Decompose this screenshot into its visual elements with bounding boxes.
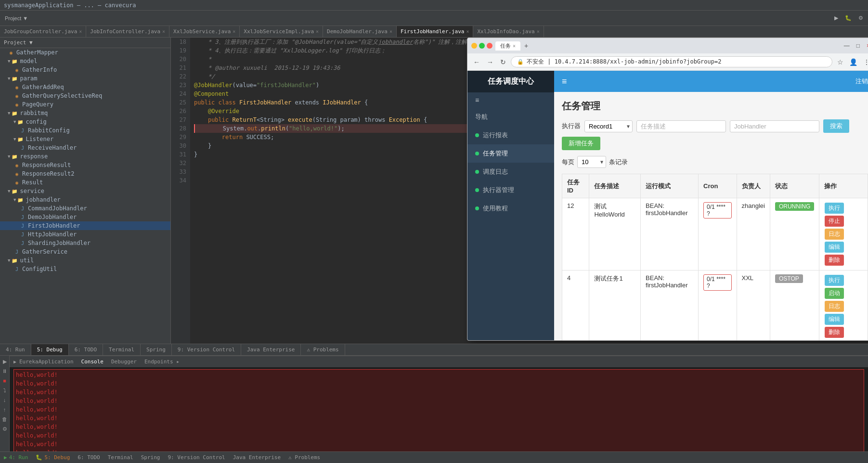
per-page-select[interactable]: 10 20 50 [577,156,606,168]
bottom-tab-spring[interactable]: Spring [141,344,172,355]
nav-account-btn[interactable]: 👤 [847,57,859,67]
run-icon-eureka[interactable]: ▶ [12,359,18,365]
log-btn[interactable]: 日志 [825,229,844,240]
nav-bookmark-btn[interactable]: ☆ [835,57,845,67]
browser-add-tab-btn[interactable]: + [522,42,530,50]
tree-item-response[interactable]: ▼ 📁 response [0,152,170,161]
browser-minimize-icon[interactable]: — [842,42,852,49]
tree-item-jobhandler[interactable]: ▼ 📁 jobhandler [0,195,170,204]
tab-close-icon[interactable]: × [162,29,165,34]
maximize-btn[interactable] [479,43,485,49]
debug-tab-console[interactable]: Console [78,359,107,365]
tree-item-model[interactable]: ▼ 📁 model [0,57,170,65]
nav-refresh-btn[interactable]: ↻ [498,57,508,67]
tree-item-listener[interactable]: ▼ 📁 Listener [0,135,170,143]
tree-item-service[interactable]: ▼ 📁 service [0,187,170,195]
browser-tab-close-icon[interactable]: × [513,43,516,49]
sidebar-item-tutorial[interactable]: 使用教程 [467,199,554,218]
tree-item-config[interactable]: ▼ 📁 config [0,117,170,126]
stop-btn[interactable]: 停止 [825,216,844,227]
edit-btn[interactable]: 编辑 [825,242,844,253]
address-bar[interactable]: 🔒 不安全 | 10.4.7.214:8888/xxl-job-admin/jo… [511,56,832,67]
edit-btn[interactable]: 编辑 [825,314,844,325]
debug-step-over-btn[interactable]: ⤵ [1,386,9,394]
executor-select[interactable]: Record1 [584,120,633,132]
tree-item-configUtil[interactable]: J ConfigUtil [0,265,170,273]
tree-item-responseResult[interactable]: ◉ ResponseResult [0,161,170,169]
debug-settings-btn[interactable]: ⚙ [1,425,9,433]
tab-xxljobserviceimpl[interactable]: XxlJobServiceImpl.java × [240,26,323,38]
sidebar-item-report[interactable]: 运行报表 [467,126,554,144]
tree-item-commandJobHandler[interactable]: J CommandJobHandler [0,204,170,213]
tree-item-gatherMapper[interactable]: ◉ GatherMapper [0,48,170,57]
sidebar-item-executors[interactable]: 执行器管理 [467,181,554,199]
tab-close-icon[interactable]: × [79,29,82,34]
tree-item-demoJobHandler[interactable]: J DemoJobHandler [0,213,170,221]
hamburger-btn[interactable]: ≡ [562,77,567,87]
nav-forward-btn[interactable]: → [485,57,495,67]
tree-item-responseResult2[interactable]: ◉ ResponseResult2 [0,169,170,178]
debug-pause-btn[interactable]: ⏸ [1,367,9,375]
debug-tab-endpoints[interactable]: Endpoints ▸ [141,359,183,365]
nav-menu-btn[interactable]: ⋮ [861,57,868,67]
add-task-btn[interactable]: 新增任务 [562,137,600,150]
debug-play-btn[interactable]: ▶ [1,358,9,365]
tree-item-rabbitConfig[interactable]: J RabbitConfig [0,126,170,135]
toolbar-debug-btn[interactable]: 🐛 [842,14,855,22]
toolbar-settings-btn[interactable]: ⚙ [855,14,866,22]
tree-item-firstJobHandler[interactable]: J FirstJobHandler [0,221,170,230]
tab-close-icon[interactable]: × [233,29,235,34]
toolbar-project-btn[interactable]: Project ▼ [2,14,31,22]
tree-item-pageQuery[interactable]: ◉ PageQuery [0,100,170,109]
debug-step-out-btn[interactable]: ↑ [1,406,9,413]
logout-btn[interactable]: 注销 [855,77,868,86]
tab-demojobhandler[interactable]: DemoJobHandler.java × [323,26,397,38]
tab-jobinfocontroller[interactable]: JobInfoController.java × [86,26,169,38]
toolbar-run-btn[interactable]: ▶ [831,14,841,22]
tab-close-icon[interactable]: × [316,29,319,34]
tab-close-icon[interactable]: × [466,29,469,34]
tree-item-gatherAddReq[interactable]: ◉ GatherAddReq [0,83,170,91]
delete-btn[interactable]: 删除 [825,327,844,338]
tree-item-shardingJobHandler[interactable]: J ShardingJobHandler [0,239,170,247]
tree-item-gatherQuerySelectiveReq[interactable]: ◉ GatherQuerySelectiveReq [0,91,170,100]
tree-item-gatherInfo[interactable]: ◉ GatherInfo [0,65,170,74]
jobhandler-input[interactable] [730,120,819,132]
tree-item-gatherService[interactable]: J GatherService [0,247,170,256]
tab-jobgroupcontroller[interactable]: JobGroupController.java × [0,26,86,38]
start-btn[interactable]: 启动 [825,288,844,299]
tree-item-receiveHandler[interactable]: J ReceiveHandler [0,143,170,152]
tree-item-httpJobHandler[interactable]: J HttpJobHandler [0,230,170,239]
tab-close-icon[interactable]: × [537,29,540,34]
debug-tab-debugger[interactable]: Debugger [107,359,141,365]
tree-item-rabbitmq[interactable]: ▼ 📁 rabbitmq [0,109,170,117]
log-btn[interactable]: 日志 [825,301,844,312]
task-desc-input[interactable] [636,120,726,132]
tab-close-icon[interactable]: × [389,29,392,34]
execute-btn[interactable]: 执行 [825,203,844,214]
bottom-tab-terminal[interactable]: Terminal [103,344,141,355]
tree-item-result[interactable]: ◉ Result [0,178,170,187]
bottom-tab-debug[interactable]: 5: Debug [31,344,69,355]
bottom-tab-javaee[interactable]: Java Enterprise [241,344,301,355]
tab-xxljobservice[interactable]: XxlJobService.java × [169,26,240,38]
search-btn[interactable]: 搜索 [823,119,849,133]
minimize-btn[interactable] [471,43,477,49]
bottom-tab-problems[interactable]: ⚠ Problems [301,344,345,355]
debug-step-into-btn[interactable]: ↓ [1,396,9,404]
sidebar-item-logs[interactable]: 调度日志 [467,163,554,181]
browser-maximize-icon[interactable]: □ [855,42,862,49]
nav-back-btn[interactable]: ← [471,57,482,67]
tree-item-param[interactable]: ▼ 📁 param [0,74,170,83]
tab-xxljobinfodao[interactable]: XxlJobInfoDao.java × [473,26,544,38]
execute-btn[interactable]: 执行 [825,275,844,286]
delete-btn[interactable]: 删除 [825,255,844,266]
sidebar-menu-btn[interactable]: ≡ [467,92,554,108]
sidebar-item-tasks[interactable]: 任务管理 [467,144,554,163]
bottom-tab-todo[interactable]: 6: TODO [69,344,103,355]
debug-stop-btn[interactable]: ■ [1,377,9,385]
tab-firstjobhandler[interactable]: FirstJobHandler.java × [397,26,473,38]
bottom-tab-run[interactable]: 4: Run [0,344,31,355]
debug-clear-btn[interactable]: 🗑 [1,415,9,423]
bottom-tab-vcs[interactable]: 9: Version Control [172,344,241,355]
